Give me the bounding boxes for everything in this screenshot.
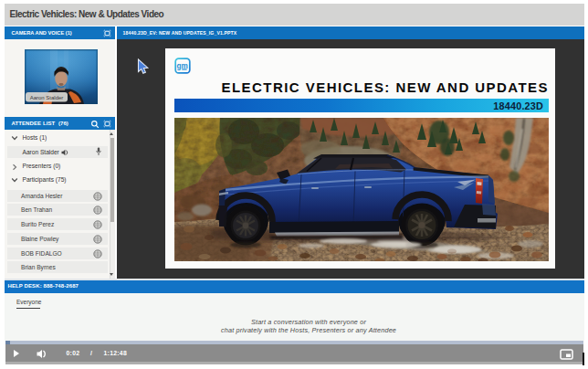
svg-text:Aaron Stalder: Aaron Stalder bbox=[30, 95, 64, 100]
svg-text:gm: gm bbox=[176, 61, 187, 69]
